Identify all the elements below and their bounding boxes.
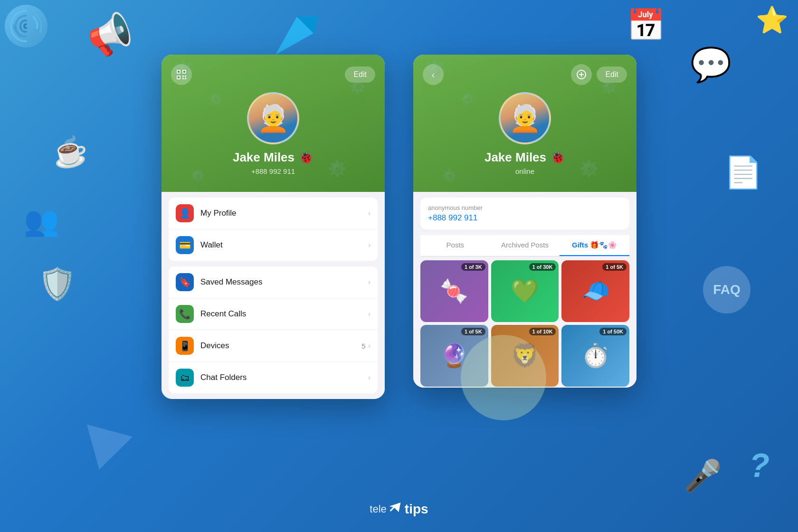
right-panel-body: anonymous number +888 992 911 Posts Arch… <box>413 198 636 388</box>
add-story-button[interactable] <box>571 64 592 85</box>
tab-gifts[interactable]: Gifts 🎁🐾🌸 <box>560 235 629 256</box>
brand-tips-text: tips <box>405 502 428 517</box>
right-avatar-image: 🧑‍🦳 <box>501 94 549 142</box>
gift-4-badge: 1 of 5K <box>461 328 485 335</box>
right-profile-header: ⚙️ ⚙️ ⚙️ ⚙️ ⚙️ ‹ Edit <box>413 55 636 192</box>
right-edit-button[interactable]: Edit <box>597 66 627 83</box>
gift-2-emoji: 💚 <box>511 278 539 304</box>
left-user-name: Jake Miles 🐞 <box>233 150 314 165</box>
brand-logo: tele tips <box>370 500 428 518</box>
menu-item-my-profile[interactable]: 👤 My Profile › <box>169 198 378 229</box>
chat-folders-chevron: › <box>368 373 370 382</box>
gift-1-badge: 1 of 3K <box>461 263 485 271</box>
gift-item-1[interactable]: 🍬 1 of 3K <box>420 260 488 322</box>
svg-rect-1 <box>178 71 180 73</box>
wallet-icon: 💳 <box>176 236 194 254</box>
devices-label: Devices <box>200 341 361 351</box>
svg-rect-9 <box>185 78 186 79</box>
chat-folders-icon: 🗂 <box>176 369 194 387</box>
chat-decoration: 💬 <box>690 45 732 84</box>
gift-item-6[interactable]: ⏱️ 1 of 50K <box>561 325 629 387</box>
left-edit-button[interactable]: Edit <box>345 66 375 83</box>
triangle-decoration <box>76 425 133 476</box>
menu-section-2: 🔖 Saved Messages › 📞 Recent Calls › 📱 De… <box>169 266 378 393</box>
screens-container: ⚙️ ⚙️ ⚙️ ⚙️ ⚙️ <box>162 55 636 399</box>
devices-badge: 5 <box>361 342 365 350</box>
recent-calls-icon: 📞 <box>176 305 194 323</box>
calendar-decoration: 📅 <box>627 7 665 43</box>
saved-messages-icon: 🔖 <box>176 273 194 291</box>
right-header-controls: ‹ Edit <box>423 64 627 85</box>
right-header-right: Edit <box>571 64 627 85</box>
gift-1-emoji: 🍬 <box>440 278 468 304</box>
shield-decoration: 🛡️ <box>38 266 76 302</box>
svg-rect-6 <box>182 76 184 77</box>
info-section: anonymous number +888 992 911 <box>420 198 629 229</box>
menu-item-chat-folders[interactable]: 🗂 Chat Folders › <box>169 362 378 393</box>
megaphone-decoration: 📢 <box>82 8 138 63</box>
gift-5-badge: 1 of 10K <box>529 328 556 335</box>
right-panel: ⚙️ ⚙️ ⚙️ ⚙️ ⚙️ ‹ Edit <box>413 55 636 388</box>
saved-messages-label: Saved Messages <box>200 277 368 287</box>
wallet-chevron: › <box>368 241 370 249</box>
gift-6-emoji: ⏱️ <box>581 342 610 369</box>
my-profile-label: My Profile <box>200 209 368 218</box>
question-decoration: ? <box>749 446 770 484</box>
tab-posts[interactable]: Posts <box>420 235 490 256</box>
left-avatar-image: 🧑‍🦳 <box>249 94 297 142</box>
wallet-label: Wallet <box>200 240 368 250</box>
gift-item-5[interactable]: 🦁 1 of 10K <box>491 325 559 387</box>
menu-item-recent-calls[interactable]: 📞 Recent Calls › <box>169 298 378 330</box>
left-profile-header: ⚙️ ⚙️ ⚙️ ⚙️ ⚙️ <box>162 55 385 192</box>
right-name-emoji: 🐞 <box>550 150 565 165</box>
tab-archived-posts[interactable]: Archived Posts <box>490 235 560 256</box>
menu-section-1: 👤 My Profile › 💳 Wallet › <box>169 198 378 261</box>
left-user-phone: +888 992 911 <box>251 167 295 175</box>
cup-decoration: ☕ <box>49 133 90 172</box>
faq-decoration: FAQ <box>703 266 750 314</box>
right-user-status: online <box>515 167 534 175</box>
left-panel: ⚙️ ⚙️ ⚙️ ⚙️ ⚙️ <box>162 55 385 399</box>
chat-folders-label: Chat Folders <box>200 373 368 382</box>
name-emoji: 🐞 <box>298 150 314 165</box>
gift-3-emoji: 🧢 <box>581 278 610 304</box>
gift-4-emoji: 🔮 <box>440 342 468 369</box>
right-avatar: 🧑‍🦳 <box>499 92 551 144</box>
star-decoration: ⭐ <box>756 5 788 36</box>
info-phone[interactable]: +888 992 911 <box>428 213 622 223</box>
right-user-name: Jake Miles 🐞 <box>484 150 565 165</box>
info-label: anonymous number <box>428 204 622 211</box>
menu-item-wallet[interactable]: 💳 Wallet › <box>169 229 378 261</box>
gift-3-badge: 1 of 5K <box>602 263 627 271</box>
mic-decoration: 🎤 <box>684 458 722 494</box>
menu-item-devices[interactable]: 📱 Devices 5 › <box>169 330 378 362</box>
left-avatar: 🧑‍🦳 <box>247 92 299 144</box>
my-profile-icon: 👤 <box>176 204 194 222</box>
gift-item-3[interactable]: 🧢 1 of 5K <box>561 260 629 322</box>
tabs-bar: Posts Archived Posts Gifts 🎁🐾🌸 <box>420 235 629 256</box>
recent-calls-chevron: › <box>368 310 370 318</box>
people-decoration: 👥 <box>24 204 59 238</box>
gift-5-emoji: 🦁 <box>511 342 539 369</box>
my-profile-chevron: › <box>368 209 370 218</box>
doc-decoration: 📄 <box>724 154 762 190</box>
devices-icon: 📱 <box>176 337 194 355</box>
svg-rect-8 <box>182 78 184 79</box>
gift-item-2[interactable]: 💚 1 of 30K <box>491 260 559 322</box>
menu-item-saved-messages[interactable]: 🔖 Saved Messages › <box>169 266 378 298</box>
gifts-grid: 🍬 1 of 3K 💚 1 of 30K 🧢 1 of 5K 🔮 1 of 5K… <box>420 260 629 387</box>
svg-rect-5 <box>178 76 180 78</box>
gift-6-badge: 1 of 50K <box>599 328 627 335</box>
qr-button[interactable] <box>171 64 192 85</box>
left-header-controls: Edit <box>171 64 375 85</box>
recent-calls-label: Recent Calls <box>200 309 368 319</box>
gift-2-badge: 1 of 30K <box>529 263 556 271</box>
brand-telegram-icon <box>389 500 403 518</box>
saved-messages-chevron: › <box>368 278 370 286</box>
left-panel-body: 👤 My Profile › 💳 Wallet › 🔖 Saved Messag… <box>162 198 385 393</box>
gift-item-4[interactable]: 🔮 1 of 5K <box>420 325 488 387</box>
svg-rect-3 <box>183 71 185 73</box>
back-button[interactable]: ‹ <box>423 64 444 85</box>
fingerprint-decoration <box>5 5 48 48</box>
brand-tele-text: tele <box>370 503 386 515</box>
